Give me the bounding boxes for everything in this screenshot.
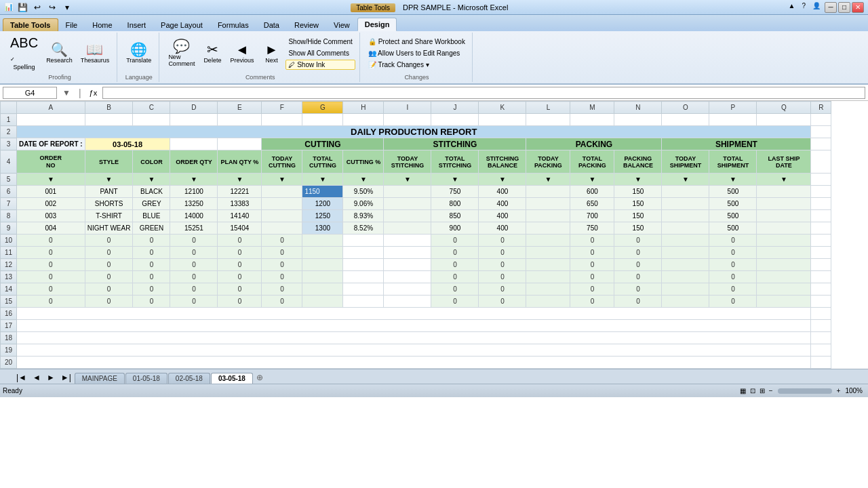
sheet-nav-first[interactable]: |◄: [14, 371, 29, 384]
Q13[interactable]: [757, 271, 811, 283]
cutting-pct-header[interactable]: CUTTING %: [343, 150, 384, 174]
allow-users-button[interactable]: 👥 Allow Users to Edit Ranges: [366, 48, 468, 58]
R13[interactable]: [811, 271, 831, 283]
new-comment-button[interactable]: 💬 NewComment: [165, 37, 198, 69]
protect-share-button[interactable]: 🔒 Protect and Share Workbook: [366, 37, 468, 47]
K15[interactable]: 0: [479, 296, 526, 308]
N11[interactable]: 0: [614, 247, 662, 259]
Q15[interactable]: [757, 296, 811, 308]
H10[interactable]: [343, 235, 384, 247]
R14[interactable]: [811, 283, 831, 296]
tab-page-layout[interactable]: Page Layout: [153, 18, 210, 31]
L11[interactable]: [526, 247, 570, 259]
J10[interactable]: 0: [431, 235, 479, 247]
thesaurus-button[interactable]: 📖 Thesaurus: [77, 41, 113, 66]
H6[interactable]: 9.50%: [343, 186, 384, 198]
P7[interactable]: 500: [709, 198, 757, 210]
I10[interactable]: [384, 235, 431, 247]
E10[interactable]: 0: [218, 235, 262, 247]
tab-data[interactable]: Data: [256, 18, 287, 31]
filter-H5[interactable]: ▼: [343, 174, 384, 186]
E14[interactable]: 0: [218, 283, 262, 296]
P9[interactable]: 500: [709, 222, 757, 235]
I9[interactable]: [384, 222, 431, 235]
date-label-cell[interactable]: DATE OF REPORT :: [17, 138, 85, 150]
M12[interactable]: 0: [570, 259, 614, 271]
D14[interactable]: 0: [170, 283, 218, 296]
A6[interactable]: 001: [17, 186, 85, 198]
C14[interactable]: 0: [133, 283, 170, 296]
J12[interactable]: 0: [431, 259, 479, 271]
M11[interactable]: 0: [570, 247, 614, 259]
E12[interactable]: 0: [218, 259, 262, 271]
F13[interactable]: 0: [262, 271, 302, 283]
tab-design[interactable]: Design: [357, 18, 397, 31]
M9[interactable]: 750: [570, 222, 614, 235]
col-P-header[interactable]: P: [709, 102, 757, 114]
K12[interactable]: 0: [479, 259, 526, 271]
sheet-tab-add[interactable]: ⊕: [254, 371, 266, 384]
spelling-button[interactable]: ABC✓ Spelling: [7, 34, 41, 73]
D11[interactable]: 0: [170, 247, 218, 259]
L9[interactable]: [526, 222, 570, 235]
undo-icon[interactable]: ↩: [31, 1, 43, 14]
A18[interactable]: [17, 332, 811, 344]
F15[interactable]: 0: [262, 296, 302, 308]
filter-P5[interactable]: ▼: [709, 174, 757, 186]
tab-table-tools[interactable]: Table Tools: [3, 18, 58, 31]
packing-balance-header[interactable]: PACKING BALANCE: [614, 150, 662, 174]
col-R-header[interactable]: R: [811, 102, 831, 114]
N13[interactable]: 0: [614, 271, 662, 283]
Q11[interactable]: [757, 247, 811, 259]
N12[interactable]: 0: [614, 259, 662, 271]
R17[interactable]: [811, 320, 831, 332]
today-shipment-header[interactable]: TODAY SHIPMENT: [662, 150, 709, 174]
N6[interactable]: 150: [614, 186, 662, 198]
A13[interactable]: 0: [17, 271, 85, 283]
A14[interactable]: 0: [17, 283, 85, 296]
C8[interactable]: BLUE: [133, 210, 170, 222]
Q1[interactable]: [757, 114, 811, 126]
G10[interactable]: [302, 235, 343, 247]
B7[interactable]: SHORTS: [85, 198, 133, 210]
help-icon[interactable]: ?: [799, 2, 808, 13]
B15[interactable]: 0: [85, 296, 133, 308]
N7[interactable]: 150: [614, 198, 662, 210]
O8[interactable]: [662, 210, 709, 222]
formula-input[interactable]: =SUM(INDIRECT(""&$T$4&""!TOTALCUTTING)+[…: [102, 87, 865, 99]
col-A-header[interactable]: A: [17, 102, 85, 114]
L13[interactable]: [526, 271, 570, 283]
view-layout[interactable]: ⊡: [748, 387, 757, 394]
L15[interactable]: [526, 296, 570, 308]
C6[interactable]: BLACK: [133, 186, 170, 198]
Q6[interactable]: [757, 186, 811, 198]
last-ship-date-header[interactable]: LAST SHIP DATE: [757, 150, 811, 174]
D8[interactable]: 14000: [170, 210, 218, 222]
track-changes-button[interactable]: 📝 Track Changes ▾: [366, 60, 468, 70]
sheet-tab-02-05-18[interactable]: 02-05-18: [168, 373, 210, 384]
O1[interactable]: [662, 114, 709, 126]
maximize-button[interactable]: □: [838, 2, 850, 13]
plan-qty-header[interactable]: PLAN QTY %: [218, 150, 262, 174]
N15[interactable]: 0: [614, 296, 662, 308]
R12[interactable]: [811, 259, 831, 271]
today-stitching-header[interactable]: TODAY STITCHING: [384, 150, 431, 174]
J7[interactable]: 800: [431, 198, 479, 210]
filter-A5[interactable]: ▼: [17, 174, 85, 186]
P6[interactable]: 500: [709, 186, 757, 198]
G14[interactable]: [302, 283, 343, 296]
K6[interactable]: 400: [479, 186, 526, 198]
R19[interactable]: [811, 344, 831, 357]
filter-K5[interactable]: ▼: [479, 174, 526, 186]
O13[interactable]: [662, 271, 709, 283]
B12[interactable]: 0: [85, 259, 133, 271]
P10[interactable]: 0: [709, 235, 757, 247]
K1[interactable]: [479, 114, 526, 126]
G12[interactable]: [302, 259, 343, 271]
minimize-button[interactable]: ─: [825, 2, 837, 13]
A17[interactable]: [17, 320, 811, 332]
R5[interactable]: [811, 174, 831, 186]
M15[interactable]: 0: [570, 296, 614, 308]
H12[interactable]: [343, 259, 384, 271]
C11[interactable]: 0: [133, 247, 170, 259]
